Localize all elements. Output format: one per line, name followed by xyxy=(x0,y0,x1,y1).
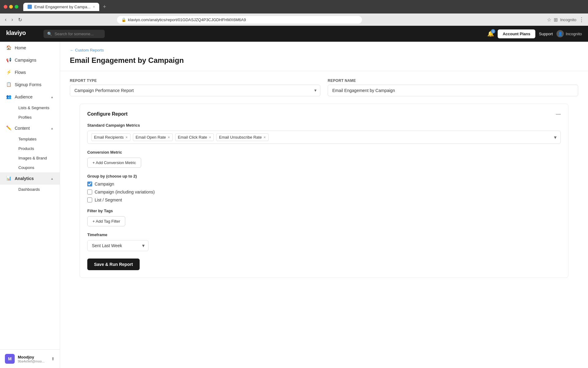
sidebar-item-images-brand[interactable]: Images & Brand xyxy=(15,153,60,163)
sidebar-item-coupons[interactable]: Coupons xyxy=(15,163,60,172)
browser-chrome: Email Engagement by Campa... × + xyxy=(0,0,588,13)
audience-expand-icon: ▲ xyxy=(51,95,54,99)
search-bar[interactable]: 🔍 xyxy=(43,30,105,38)
report-name-input[interactable] xyxy=(328,85,578,96)
checkbox-campaign-variations[interactable]: Campaign (including variations) xyxy=(87,190,561,194)
sidebar-item-flows[interactable]: ⚡ Flows xyxy=(0,66,60,79)
top-nav-right: 🔔 1 Account Plans Support 👤 Incognito xyxy=(487,29,582,38)
page-header: Email Engagement by Campaign xyxy=(60,55,588,71)
checkbox-input-campaign[interactable] xyxy=(87,182,92,186)
audience-icon: 👥 xyxy=(6,94,12,100)
svg-text:klaviyo: klaviyo xyxy=(6,29,26,36)
report-type-select[interactable]: Campaign Performance Report Flow Perform… xyxy=(70,85,320,96)
incognito-label: Incognito xyxy=(566,32,582,36)
sidebar-sub-audience: Lists & Segments Profiles xyxy=(0,103,60,122)
sidebar-item-templates[interactable]: Templates xyxy=(15,134,60,144)
notification-bell[interactable]: 🔔 1 xyxy=(487,30,494,37)
metric-label-recipients: Email Recipients xyxy=(94,135,124,140)
add-tag-filter-button[interactable]: + Add Tag Filter xyxy=(87,216,125,226)
checkbox-input-list-segment[interactable] xyxy=(87,197,92,202)
sidebar-item-home[interactable]: 🏠 Home xyxy=(0,42,60,54)
collapse-icon[interactable]: — xyxy=(556,111,561,117)
timeframe-section: Timeframe Sent Last Week Sent Last Month… xyxy=(87,232,561,251)
user-avatar: M xyxy=(5,354,15,364)
sidebar-item-profiles[interactable]: Profiles xyxy=(15,113,60,122)
content-icon: ✏️ xyxy=(6,125,12,131)
user-bar[interactable]: M Moodjoy 9ba4e9ef@moo... ⬆ xyxy=(0,349,60,368)
metric-label-click-rate: Email Click Rate xyxy=(178,135,207,140)
checkbox-input-campaign-variations[interactable] xyxy=(87,190,92,194)
analytics-icon: 📊 xyxy=(6,176,12,181)
sidebar-item-analytics[interactable]: 📊 Analytics ▲ xyxy=(0,172,60,185)
metric-close-recipients[interactable]: × xyxy=(126,135,128,140)
sidebar-item-content[interactable]: ✏️ Content ▲ xyxy=(0,122,60,134)
checkbox-label-campaign: Campaign xyxy=(95,182,114,186)
metric-close-unsubscribe-rate[interactable]: × xyxy=(264,135,266,140)
sidebar-item-signup-forms[interactable]: 📋 Signup Forms xyxy=(0,79,60,91)
user-info: Moodjoy 9ba4e9ef@moo... xyxy=(18,355,48,363)
metrics-dropdown-arrow-icon[interactable]: ▼ xyxy=(553,135,557,140)
home-icon: 🏠 xyxy=(6,45,12,51)
page-title: Email Engagement by Campaign xyxy=(70,56,578,65)
sidebar-item-dashboards[interactable]: Dashboards xyxy=(15,185,60,194)
url-input[interactable] xyxy=(128,17,358,22)
tab-close-button[interactable]: × xyxy=(93,5,95,9)
sidebar-item-audience[interactable]: 👥 Audience ▲ xyxy=(0,91,60,103)
report-type-label: Report Type xyxy=(70,79,320,83)
support-button[interactable]: Support xyxy=(539,32,553,36)
address-bar[interactable]: 🔒 xyxy=(117,16,362,24)
checkbox-list-segment[interactable]: List / Segment xyxy=(87,197,561,202)
add-conversion-button[interactable]: + Add Conversion Metric xyxy=(87,158,141,168)
timeframe-select[interactable]: Sent Last Week Sent Last Month Sent Last… xyxy=(87,240,149,251)
metric-label-open-rate: Email Open Rate xyxy=(136,135,166,140)
back-button[interactable]: ‹ xyxy=(4,16,8,24)
metric-close-open-rate[interactable]: × xyxy=(168,135,170,140)
forward-button[interactable]: › xyxy=(10,16,14,24)
sidebar-label-analytics: Analytics xyxy=(15,176,34,181)
metrics-container: Email Recipients × Email Open Rate × Ema… xyxy=(87,131,561,144)
breadcrumb-back-link[interactable]: ← Custom Reports xyxy=(70,48,104,52)
close-traffic-light[interactable] xyxy=(4,5,7,9)
metric-close-click-rate[interactable]: × xyxy=(209,135,211,140)
search-input[interactable] xyxy=(55,32,100,36)
extensions-icon[interactable]: ⊞ xyxy=(554,17,558,23)
report-type-select-wrapper: Campaign Performance Report Flow Perform… xyxy=(70,85,320,96)
metric-label-unsubscribe-rate: Email Unsubscribe Rate xyxy=(219,135,262,140)
menu-icon[interactable]: ⋮ xyxy=(579,16,584,23)
sidebar-item-lists-segments[interactable]: Lists & Segments xyxy=(15,103,60,113)
sidebar-label-dashboards: Dashboards xyxy=(18,187,40,192)
user-email: 9ba4e9ef@moo... xyxy=(18,359,48,363)
signup-forms-icon: 📋 xyxy=(6,82,12,87)
browser-tab[interactable]: Email Engagement by Campa... × xyxy=(23,3,99,11)
tab-favicon xyxy=(28,5,32,9)
account-plans-button[interactable]: Account Plans xyxy=(498,29,535,38)
sidebar-label-lists-segments: Lists & Segments xyxy=(18,105,49,110)
user-chevron-icon[interactable]: ⬆ xyxy=(51,356,55,361)
checkbox-campaign[interactable]: Campaign xyxy=(87,182,561,186)
sidebar-label-images-brand: Images & Brand xyxy=(18,156,47,160)
sidebar: 🏠 Home 📢 Campaigns ⚡ Flows 📋 Signup Form… xyxy=(0,42,60,368)
search-icon: 🔍 xyxy=(47,32,52,36)
content-expand-icon: ▲ xyxy=(51,127,54,130)
save-run-button[interactable]: Save & Run Report xyxy=(87,259,140,270)
minimize-traffic-light[interactable] xyxy=(9,5,13,9)
sidebar-label-audience: Audience xyxy=(15,94,32,99)
analytics-expand-icon: ▲ xyxy=(51,177,54,180)
new-tab-button[interactable]: + xyxy=(103,4,106,10)
bookmark-icon[interactable]: ☆ xyxy=(547,17,551,23)
breadcrumb: ← Custom Reports xyxy=(60,42,588,55)
flows-icon: ⚡ xyxy=(6,70,12,75)
refresh-button[interactable]: ↻ xyxy=(17,16,23,24)
timeframe-label: Timeframe xyxy=(87,232,561,237)
maximize-traffic-light[interactable] xyxy=(15,5,18,9)
tab-title: Email Engagement by Campa... xyxy=(34,5,91,9)
address-bar-actions: ☆ ⊞ Incognito ⋮ xyxy=(547,16,584,23)
metrics-section: Standard Campaign Metrics Email Recipien… xyxy=(87,123,561,144)
sidebar-item-campaigns[interactable]: 📢 Campaigns xyxy=(0,54,60,66)
main-inner: ← Custom Reports Email Engagement by Cam… xyxy=(60,42,588,368)
lock-icon: 🔒 xyxy=(121,17,126,22)
filter-label: Filter by Tags xyxy=(87,209,561,213)
address-bar-row: ‹ › ↻ 🔒 ☆ ⊞ Incognito ⋮ xyxy=(0,13,588,26)
sidebar-item-products[interactable]: Products xyxy=(15,144,60,153)
incognito-user: 👤 Incognito xyxy=(556,30,582,37)
